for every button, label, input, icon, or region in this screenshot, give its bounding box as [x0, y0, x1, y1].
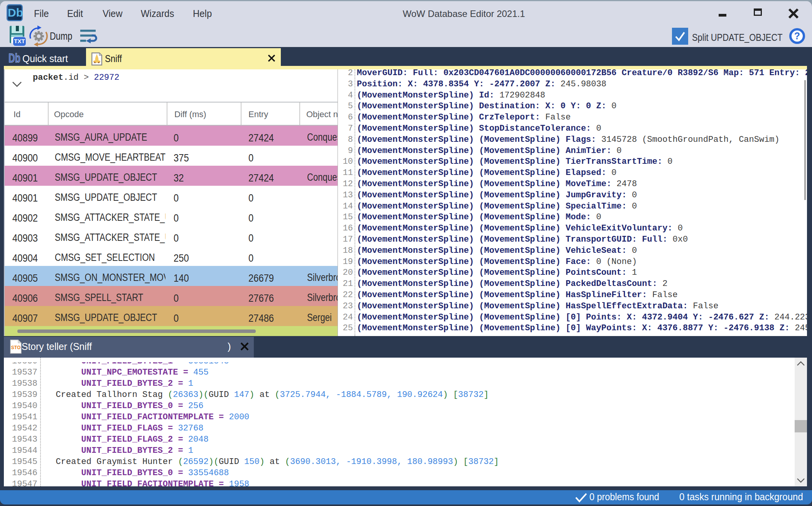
svg-text:STO: STO	[11, 345, 20, 350]
